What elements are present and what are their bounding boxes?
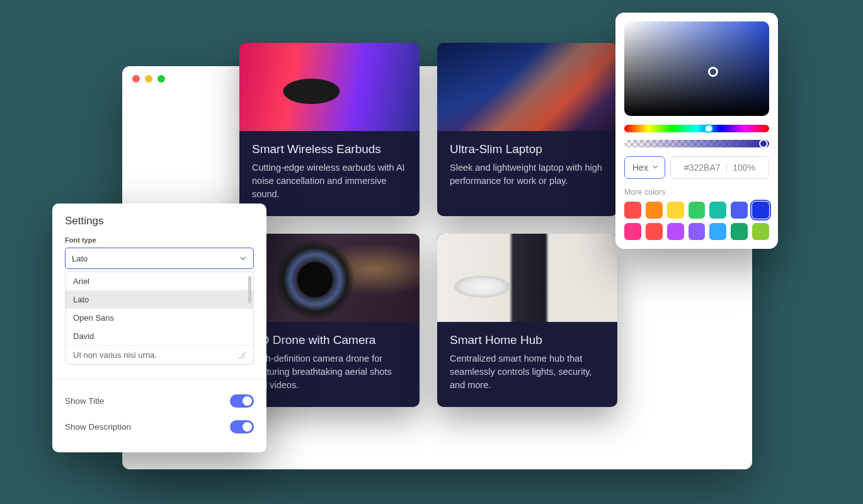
product-image [437, 43, 617, 131]
settings-title: Settings [65, 215, 254, 227]
product-card[interactable]: Ultra-Slim Laptop Sleek and lightweight … [437, 43, 617, 216]
font-dropdown-list[interactable]: Ariel Lato Open Sans David Ut non varius… [65, 272, 254, 365]
color-swatch-grid [624, 202, 769, 240]
product-card-body: Smart Home Hub Centralized smart home hu… [437, 322, 617, 407]
font-option[interactable]: Open Sans [66, 309, 253, 327]
color-swatch[interactable] [646, 202, 663, 219]
product-title: Ultra-Slim Laptop [450, 142, 605, 156]
show-description-toggle[interactable] [230, 420, 254, 433]
font-type-label: Font type [65, 236, 254, 244]
font-type-select[interactable]: Lato [65, 248, 254, 269]
show-title-toggle[interactable] [230, 394, 254, 408]
color-format-select[interactable]: Hex [624, 156, 665, 179]
color-swatch[interactable] [689, 202, 706, 219]
settings-panel: Settings Font type Lato Ariel Lato Open … [52, 203, 266, 452]
font-option[interactable]: David [66, 327, 253, 345]
chevron-down-icon [239, 255, 247, 262]
divider [52, 379, 266, 379]
alpha-value: 100% [733, 163, 755, 173]
color-swatch[interactable] [624, 202, 641, 219]
color-input-row: Hex #322BA7 | 100% [624, 156, 769, 179]
color-format-value: Hex [632, 163, 648, 173]
more-colors-label: More colors [624, 188, 769, 197]
window-minimize-dot[interactable] [145, 75, 152, 83]
color-saturation-canvas[interactable] [624, 21, 769, 116]
dropdown-footer: Ut non varius nisi urna. [66, 345, 253, 364]
font-selected-value: Lato [72, 254, 88, 263]
resize-grip-icon[interactable] [238, 352, 246, 359]
product-description: High-definition camera drone for capturi… [252, 352, 407, 392]
product-title: Smart Home Hub [450, 333, 605, 347]
window-close-dot[interactable] [132, 75, 140, 83]
product-card-grid: Smart Wireless Earbuds Cutting-edge wire… [239, 43, 617, 407]
product-description: Sleek and lightweight laptop with high p… [450, 161, 605, 188]
input-divider: | [726, 163, 728, 173]
color-picker-panel: Hex #322BA7 | 100% More colors [615, 13, 778, 249]
font-option[interactable]: Ariel [66, 272, 253, 290]
color-swatch[interactable] [731, 223, 748, 240]
color-cursor[interactable] [708, 67, 718, 77]
hex-input[interactable]: #322BA7 | 100% [670, 156, 769, 179]
color-swatch[interactable] [689, 223, 706, 240]
product-description: Cutting-edge wireless earbuds with AI no… [252, 161, 407, 201]
hex-value: #322BA7 [684, 163, 721, 173]
product-card-body: Smart Wireless Earbuds Cutting-edge wire… [239, 131, 420, 216]
product-title: HD Drone with Camera [252, 333, 407, 347]
color-swatch[interactable] [667, 202, 684, 219]
show-title-row: Show Title [65, 388, 254, 414]
color-swatch[interactable] [646, 223, 663, 240]
dropdown-footer-text: Ut non varius nisi urna. [73, 350, 157, 360]
color-swatch[interactable] [752, 202, 769, 219]
color-swatch[interactable] [752, 223, 769, 240]
chevron-down-icon [652, 164, 660, 171]
alpha-slider-thumb[interactable] [759, 139, 768, 148]
product-title: Smart Wireless Earbuds [252, 142, 407, 156]
hue-slider[interactable] [624, 125, 769, 132]
scrollbar[interactable] [248, 276, 251, 304]
show-description-label: Show Description [65, 422, 131, 432]
color-swatch[interactable] [667, 223, 684, 240]
product-image [437, 234, 617, 322]
window-maximize-dot[interactable] [157, 75, 165, 83]
product-description: Centralized smart home hub that seamless… [450, 352, 605, 392]
color-swatch[interactable] [624, 223, 641, 240]
show-description-row: Show Description [65, 414, 254, 440]
show-title-label: Show Title [65, 396, 104, 406]
product-image [239, 43, 420, 131]
hue-slider-thumb[interactable] [704, 124, 713, 133]
product-card[interactable]: Smart Home Hub Centralized smart home hu… [437, 234, 617, 407]
font-option[interactable]: Lato [66, 290, 253, 309]
color-swatch[interactable] [731, 202, 748, 219]
alpha-slider[interactable] [624, 140, 769, 147]
color-swatch[interactable] [709, 223, 726, 240]
color-swatch[interactable] [709, 202, 726, 219]
product-card[interactable]: Smart Wireless Earbuds Cutting-edge wire… [239, 43, 420, 216]
product-card-body: Ultra-Slim Laptop Sleek and lightweight … [437, 131, 617, 203]
